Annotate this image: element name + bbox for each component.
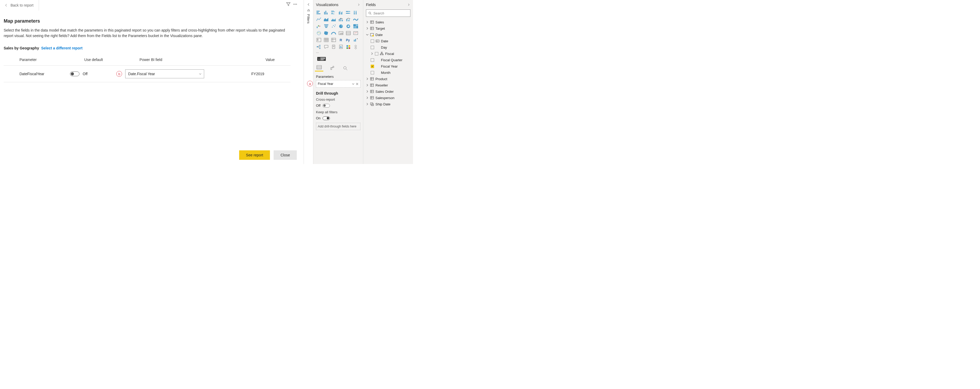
viz-python-icon[interactable]: Py	[345, 37, 351, 43]
viz-clustered-bar-icon[interactable]	[331, 10, 336, 15]
see-report-button[interactable]: See report	[239, 150, 270, 160]
viz-100-stacked-bar-icon[interactable]	[345, 10, 351, 15]
viz-table-icon[interactable]	[323, 37, 329, 43]
viz-more-icon[interactable]: ···	[316, 51, 360, 54]
viz-stacked-column-icon[interactable]	[323, 10, 329, 15]
pill-label: Fiscal Year	[318, 82, 333, 86]
viz-stacked-area-icon[interactable]	[331, 17, 336, 22]
svg-rect-8	[327, 13, 328, 14]
viz-map-icon[interactable]	[316, 30, 322, 36]
table-target[interactable]: Target	[366, 25, 410, 32]
powerbi-field-dropdown[interactable]: Date.Fiscal Year	[125, 69, 204, 78]
viz-funnel-icon[interactable]	[323, 24, 329, 29]
field-day[interactable]: Day	[366, 44, 410, 51]
viz-pie-icon[interactable]	[338, 24, 344, 29]
viz-waterfall-icon[interactable]	[316, 24, 322, 29]
filters-rail-label: Filters	[307, 9, 310, 24]
funnel-icon[interactable]	[286, 2, 290, 6]
viz-clustered-column-icon[interactable]	[338, 10, 344, 15]
viz-treemap-icon[interactable]	[353, 24, 359, 29]
viz-smart-narrative-icon[interactable]	[331, 44, 336, 49]
viz-card-icon[interactable]: 123	[338, 30, 344, 36]
chevron-down-icon	[366, 33, 369, 36]
svg-rect-15	[341, 12, 342, 14]
table-product[interactable]: Product	[366, 76, 410, 82]
svg-rect-30	[348, 20, 349, 21]
svg-rect-6	[324, 12, 325, 14]
close-button[interactable]: Close	[274, 150, 297, 160]
table-date[interactable]: Date	[366, 32, 410, 38]
viz-100-stacked-column-icon[interactable]	[353, 10, 359, 15]
viz-filled-map-icon[interactable]	[323, 30, 329, 36]
checkbox[interactable]	[371, 40, 374, 43]
use-default-toggle[interactable]	[70, 71, 80, 76]
svg-rect-3	[317, 11, 320, 11]
viz-slicer-icon[interactable]	[316, 37, 322, 43]
keep-filters-toggle[interactable]: On	[316, 116, 360, 120]
tab-analytics[interactable]	[342, 65, 348, 71]
col-value: Value	[250, 54, 290, 66]
checkbox-checked[interactable]	[371, 65, 374, 68]
table-reseller[interactable]: Reseller	[366, 82, 410, 88]
select-different-report-link[interactable]: Select a different report	[41, 46, 82, 50]
parameters-table: Parameter Use default Power BI field Val…	[4, 54, 290, 82]
viz-line-column-icon[interactable]	[338, 17, 344, 22]
col-use-default: Use default	[68, 54, 124, 66]
svg-rect-17	[346, 11, 348, 12]
selected-visual-indicator: x	[316, 56, 360, 62]
table-sales-order[interactable]: Sales Order	[366, 88, 410, 95]
cross-report-toggle[interactable]: Off	[316, 103, 360, 108]
viz-arcgis-icon[interactable]	[345, 44, 351, 49]
viz-gauge-icon[interactable]	[331, 30, 336, 36]
svg-rect-13	[339, 12, 340, 14]
checkbox[interactable]	[375, 52, 378, 56]
tab-format[interactable]	[329, 65, 336, 71]
more-icon[interactable]	[293, 2, 297, 6]
field-date[interactable]: A Date	[366, 38, 410, 44]
chevron-right-icon[interactable]	[357, 3, 360, 6]
checkbox[interactable]	[371, 58, 374, 62]
viz-matrix-icon[interactable]	[331, 37, 336, 43]
table-sales[interactable]: Sales	[366, 19, 410, 25]
tab-fields[interactable]	[316, 64, 322, 71]
field-fiscal[interactable]: Fiscal	[366, 51, 410, 57]
field-month[interactable]: Month	[366, 69, 410, 76]
pane-tabs	[316, 64, 360, 71]
checkbox[interactable]	[371, 46, 374, 49]
viz-line-clustered-column-icon[interactable]	[345, 17, 351, 22]
svg-rect-74	[320, 48, 320, 49]
table-salesperson[interactable]: Salesperson	[366, 95, 410, 101]
visualizations-pane: Visualizations 123 R	[313, 0, 363, 164]
parameter-pill-fiscal-year[interactable]: Fiscal Year	[316, 80, 360, 87]
viz-stacked-bar-icon[interactable]	[316, 10, 322, 15]
viz-donut-icon[interactable]	[345, 24, 351, 29]
viz-key-influencers-icon[interactable]	[353, 37, 359, 43]
search-placeholder: Search	[373, 11, 384, 15]
table-ship-date[interactable]: Ship Date	[366, 101, 410, 107]
speaker-icon	[307, 9, 310, 13]
viz-line-icon[interactable]	[316, 17, 322, 22]
field-fiscal-quarter[interactable]: Fiscal Quarter	[366, 57, 410, 63]
field-fiscal-year[interactable]: Fiscal Year	[366, 63, 410, 69]
svg-rect-26	[340, 18, 341, 21]
close-icon[interactable]	[356, 83, 359, 86]
search-input[interactable]: Search	[366, 10, 410, 17]
viz-pane-title: Visualizations	[316, 3, 338, 7]
viz-custom-icon[interactable]	[353, 44, 359, 49]
viz-r-icon[interactable]: R	[338, 37, 344, 43]
viz-ribbon-icon[interactable]	[353, 17, 359, 22]
viz-paginated-report-icon[interactable]	[338, 44, 344, 49]
viz-kpi-icon[interactable]	[353, 30, 359, 36]
viz-scatter-icon[interactable]	[331, 24, 336, 29]
chevron-right-icon[interactable]	[407, 3, 410, 6]
chevron-down-icon[interactable]	[352, 83, 355, 86]
checkbox[interactable]	[371, 71, 374, 75]
report-selection-line: Sales by Geography Select a different re…	[4, 46, 299, 50]
svg-point-1	[295, 4, 296, 5]
viz-decomposition-icon[interactable]	[316, 44, 322, 49]
viz-qna-icon[interactable]	[323, 44, 329, 49]
viz-multirow-card-icon[interactable]	[345, 30, 351, 36]
viz-area-icon[interactable]	[323, 17, 329, 22]
drill-through-dropzone[interactable]: Add drill-through fields here	[316, 123, 360, 130]
back-to-report-link[interactable]: Back to report	[4, 3, 33, 7]
